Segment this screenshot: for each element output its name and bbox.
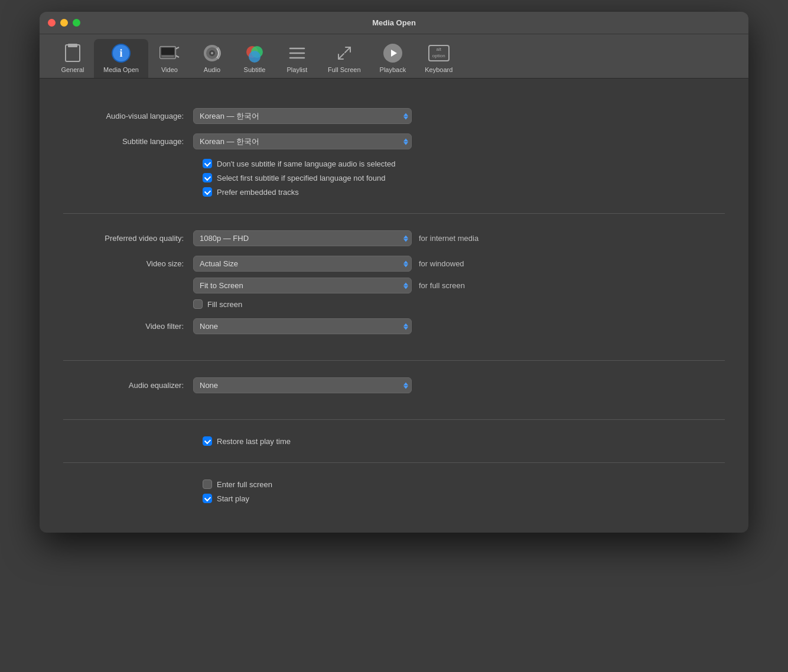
start-play-row: Start play xyxy=(203,494,725,503)
tab-general[interactable]: General xyxy=(51,39,94,78)
select-first-subtitle-checkbox[interactable] xyxy=(203,173,212,182)
tab-keyboard-label: Keyboard xyxy=(425,66,452,73)
svg-line-23 xyxy=(345,47,350,53)
preferred-video-quality-select[interactable]: 1080p — FHD xyxy=(193,230,412,246)
tab-keyboard[interactable]: alt option Keyboard xyxy=(415,39,462,78)
audio-equalizer-control: None xyxy=(193,377,725,393)
subtitle-language-select[interactable]: Korean — 한국어 xyxy=(193,133,412,149)
svg-line-26 xyxy=(338,54,344,59)
startup-section: Enter full screen Start play xyxy=(63,468,725,515)
video-size-windowed-select[interactable]: Actual Size xyxy=(193,256,412,272)
video-size-fullscreen-suffix: for full screen xyxy=(419,281,465,290)
audio-equalizer-row: Audio equalizer: None xyxy=(63,377,725,393)
general-icon xyxy=(62,43,83,64)
audio-icon xyxy=(201,43,223,64)
select-first-subtitle-label: Select first subtitle if specified langu… xyxy=(217,174,385,182)
audio-visual-language-control: Korean — 한국어 xyxy=(193,108,725,124)
maximize-button[interactable] xyxy=(73,19,80,27)
video-size-fullscreen-select[interactable]: Fit to Screen xyxy=(193,278,412,293)
video-size-row: Video size: Actual Size xyxy=(63,256,725,309)
fill-screen-checkbox[interactable] xyxy=(193,299,203,309)
titlebar: Media Open xyxy=(40,12,748,34)
tab-playback-label: Playback xyxy=(380,66,406,73)
video-size-label: Video size: xyxy=(63,256,193,268)
tab-playlist-label: Playlist xyxy=(287,66,308,73)
prefer-embedded-tracks-checkbox[interactable] xyxy=(203,187,212,197)
playback-icon xyxy=(382,43,403,64)
enter-full-screen-label: Enter full screen xyxy=(217,480,272,489)
preferred-video-quality-select-wrapper: 1080p — FHD xyxy=(193,230,412,246)
tab-playlist[interactable]: Playlist xyxy=(276,39,318,78)
preferred-video-quality-suffix: for internet media xyxy=(419,234,478,243)
prefer-embedded-tracks-label: Prefer embedded tracks xyxy=(217,188,299,197)
window-title: Media Open xyxy=(372,18,416,27)
start-play-checkbox[interactable] xyxy=(203,494,212,503)
checkbox-row-3: Prefer embedded tracks xyxy=(203,187,725,197)
audio-visual-language-row: Audio-visual language: Korean — 한국어 xyxy=(63,108,725,124)
audio-equalizer-select[interactable]: None xyxy=(193,377,412,393)
content-area: Audio-visual language: Korean — 한국어 xyxy=(40,79,748,533)
svg-rect-7 xyxy=(161,48,174,55)
preferred-video-quality-control: 1080p — FHD for internet media xyxy=(193,230,725,246)
start-play-label: Start play xyxy=(217,494,249,503)
tab-playback[interactable]: Playback xyxy=(370,39,416,78)
playback-checkboxes: Restore last play time xyxy=(203,436,725,446)
dont-use-subtitle-checkbox[interactable] xyxy=(203,159,212,168)
playlist-icon xyxy=(286,43,308,64)
divider-3 xyxy=(63,419,725,420)
enter-full-screen-checkbox[interactable] xyxy=(203,479,212,489)
divider-4 xyxy=(63,462,725,463)
preferred-video-quality-label: Preferred video quality: xyxy=(63,234,193,243)
minimize-button[interactable] xyxy=(60,19,68,27)
tab-video[interactable]: Video xyxy=(148,39,191,78)
keyboard-icon: alt option xyxy=(428,43,450,64)
tab-audio[interactable]: Audio xyxy=(191,39,233,78)
svg-point-14 xyxy=(211,52,213,54)
divider-1 xyxy=(63,213,725,214)
restore-last-play-time-row: Restore last play time xyxy=(203,436,725,446)
svg-rect-0 xyxy=(66,45,80,61)
fill-screen-row: Fill screen xyxy=(193,299,465,309)
restore-last-play-time-checkbox[interactable] xyxy=(203,436,212,446)
video-size-controls: Actual Size for windowed xyxy=(193,256,465,309)
tab-fullscreen[interactable]: Full Screen xyxy=(318,39,370,78)
tab-subtitle[interactable]: Subtitle xyxy=(233,39,276,78)
svg-point-17 xyxy=(249,51,261,63)
playback-section: Restore last play time xyxy=(63,425,725,458)
preferred-video-quality-row: Preferred video quality: 1080p — FHD for… xyxy=(63,230,725,246)
audio-visual-language-select[interactable]: Korean — 한국어 xyxy=(193,108,412,124)
video-icon xyxy=(159,43,180,64)
media-open-icon: i xyxy=(110,43,132,64)
subtitle-language-select-wrapper: Korean — 한국어 xyxy=(193,133,412,149)
subtitle-language-control: Korean — 한국어 xyxy=(193,133,725,149)
video-filter-label: Video filter: xyxy=(63,322,193,331)
video-filter-control: None xyxy=(193,318,725,334)
enter-full-screen-row: Enter full screen xyxy=(203,479,725,489)
window-controls[interactable] xyxy=(48,19,80,27)
subtitle-language-label: Subtitle language: xyxy=(63,137,193,146)
fullscreen-icon xyxy=(334,43,355,64)
audio-equalizer-label: Audio equalizer: xyxy=(63,381,193,390)
audio-visual-language-label: Audio-visual language: xyxy=(63,112,193,120)
tab-audio-label: Audio xyxy=(204,66,220,73)
close-button[interactable] xyxy=(48,19,56,27)
video-filter-row: Video filter: None xyxy=(63,318,725,334)
dont-use-subtitle-label: Don't use subtitle if same language audi… xyxy=(217,159,395,168)
subtitle-checkboxes: Don't use subtitle if same language audi… xyxy=(203,159,725,197)
video-filter-select-wrapper: None xyxy=(193,318,412,334)
video-size-windowed-row: Actual Size for windowed xyxy=(193,256,465,272)
subtitle-icon xyxy=(244,43,265,64)
svg-rect-8 xyxy=(162,56,174,57)
audio-section: Audio equalizer: None xyxy=(63,366,725,415)
video-filter-select[interactable]: None xyxy=(193,318,412,334)
language-section: Audio-visual language: Korean — 한국어 xyxy=(63,96,725,208)
tab-media-open[interactable]: i Media Open xyxy=(94,39,148,78)
restore-last-play-time-label: Restore last play time xyxy=(217,437,291,446)
video-size-windowed-suffix: for windowed xyxy=(419,259,464,268)
divider-2 xyxy=(63,360,725,361)
audio-visual-language-select-wrapper: Korean — 한국어 xyxy=(193,108,412,124)
tab-subtitle-label: Subtitle xyxy=(244,66,266,73)
svg-rect-1 xyxy=(68,44,77,47)
tab-media-open-label: Media Open xyxy=(103,66,139,73)
tab-fullscreen-label: Full Screen xyxy=(328,66,361,73)
